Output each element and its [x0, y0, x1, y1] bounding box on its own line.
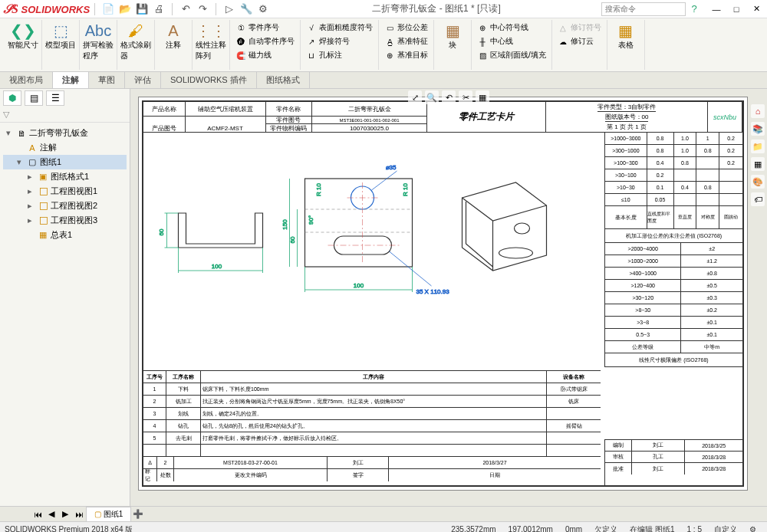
zoom-fit-icon[interactable]: ⤢: [408, 90, 422, 104]
zoom-area-icon[interactable]: 🔍: [425, 90, 439, 104]
spell-check-button[interactable]: Abc 拼写检验程序: [83, 21, 114, 61]
status-custom[interactable]: 自定义: [714, 524, 737, 533]
geometric-tol-button[interactable]: ▭形位公差: [382, 21, 430, 34]
centerline-button[interactable]: ╫中心线: [475, 35, 548, 48]
tab-sketch[interactable]: 草图: [89, 72, 125, 88]
center-mark-button[interactable]: ⊕中心符号线: [475, 21, 548, 34]
options-icon[interactable]: ⚙: [256, 2, 270, 16]
tab-evaluate[interactable]: 评估: [125, 72, 161, 88]
svg-point-31: [515, 223, 530, 234]
revision-symbol-button[interactable]: △修订符号: [555, 21, 604, 34]
process-table: 工序号 工序名称 工序内容 设备名称 1下料锯床下料，下料长度100mm卧式带锯…: [143, 370, 601, 485]
view-icon: 🞎: [38, 187, 48, 196]
balloon-button[interactable]: ①零件序号: [233, 21, 297, 34]
format-painter-button[interactable]: 🖌 格式涂刷器: [120, 21, 151, 61]
status-gear-icon[interactable]: ⚙: [749, 525, 756, 532]
select-icon[interactable]: ▷: [222, 2, 236, 16]
appearance-icon[interactable]: 🎨: [751, 175, 765, 189]
tree-view1[interactable]: ▸🞎工程图视图1: [3, 184, 127, 199]
status-x: 235.3572mm: [451, 525, 495, 532]
undo-icon[interactable]: ↶: [179, 2, 193, 16]
tree-root[interactable]: ▾🗎二折弯带孔钣金: [3, 126, 127, 140]
surface-finish-button[interactable]: √表面粗糙度符号: [304, 21, 375, 34]
table-button[interactable]: ▦ 表格: [611, 21, 641, 51]
save-icon[interactable]: 💾: [135, 2, 149, 16]
tab-sheet-format[interactable]: 图纸格式: [257, 72, 310, 88]
tree-view3[interactable]: ▸🞎工程图视图3: [3, 213, 127, 228]
block-icon: ▦: [446, 21, 460, 40]
block-button[interactable]: ▦ 块: [437, 21, 468, 51]
svg-text:100: 100: [354, 282, 364, 289]
tab-next-icon[interactable]: ▶: [58, 509, 72, 519]
file-explorer-icon[interactable]: 📁: [751, 140, 765, 153]
svg-text:60: 60: [158, 228, 165, 235]
hdr-part-num-val: MST3E001-001-001-002-001: [312, 117, 427, 124]
weld-symbol-button[interactable]: ↗焊接符号: [304, 35, 375, 48]
window-title: 二折弯带孔钣金 - 图纸1 * [只读]: [272, 2, 601, 15]
magnetic-line-button[interactable]: 🧲磁力线: [233, 49, 297, 61]
feature-tree[interactable]: ▾🗎二折弯带孔钣金 A注解 ▾▢图纸1 ▸▣图纸格式1 ▸🞎工程图视图1 ▸🞎工…: [0, 123, 130, 506]
custom-props-icon[interactable]: 🏷: [751, 192, 765, 206]
tol2-row: >3~8±0.1: [605, 317, 742, 329]
hole-callout-button[interactable]: ⊔孔标注: [304, 49, 375, 61]
model-items-button[interactable]: ⬚ 模型项目: [45, 21, 76, 51]
centerline-icon: ╫: [477, 38, 488, 46]
ribbon: ❮❯ 智能尺寸 ⬚ 模型项目 Abc 拼写检验程序 🖌 格式涂刷器 A 注释 ⋮…: [0, 18, 767, 72]
tab-annotate[interactable]: 注解: [53, 72, 89, 88]
display-style-icon[interactable]: ▦: [476, 90, 489, 104]
tree-annotations[interactable]: A注解: [3, 140, 127, 155]
close-button[interactable]: ✕: [749, 2, 764, 16]
section-icon[interactable]: ✂: [459, 90, 472, 104]
minimize-button[interactable]: —: [709, 2, 724, 16]
redo-icon[interactable]: ↷: [196, 2, 209, 16]
tab-last-icon[interactable]: ⏭: [72, 510, 86, 519]
note-button[interactable]: A 注释: [158, 21, 189, 51]
tree-view2[interactable]: ▸🞎工程图视图2: [3, 199, 127, 213]
datum-feature-button[interactable]: A̲基准特征: [382, 35, 430, 48]
tree-general-table[interactable]: ▦总表1: [3, 228, 127, 242]
sheet-tab-1[interactable]: ▢ 图纸1: [86, 507, 131, 522]
status-scale[interactable]: 1 : 5: [687, 525, 702, 532]
resources-icon[interactable]: ⌂: [751, 104, 765, 118]
rebuild-icon[interactable]: 🔧: [239, 2, 253, 16]
datum-target-button[interactable]: ⊕基准目标: [382, 49, 430, 61]
svg-text:35 X 110.93: 35 X 110.93: [416, 288, 450, 295]
tree-sheet1[interactable]: ▾▢图纸1: [3, 155, 127, 169]
print-icon[interactable]: 🖨: [152, 2, 166, 16]
smart-dimension-button[interactable]: ❮❯ 智能尺寸: [8, 21, 38, 51]
svg-text:⌀35: ⌀35: [386, 164, 397, 171]
status-z: 0mm: [565, 525, 582, 532]
auto-balloon-button[interactable]: 🅐自动零件序号: [233, 35, 297, 48]
design-lib-icon[interactable]: 📚: [751, 122, 765, 136]
revision-cloud-button[interactable]: ☁修订云: [555, 35, 604, 48]
filter-icon[interactable]: ▽: [3, 110, 9, 120]
open-icon[interactable]: 📂: [118, 2, 132, 16]
tab-prev-icon[interactable]: ◀: [44, 509, 58, 519]
maximize-button[interactable]: □: [729, 2, 744, 16]
hatch-icon: ▨: [477, 51, 488, 60]
tab-addins[interactable]: SOLIDWORKS 插件: [161, 72, 257, 88]
task-pane-tabs: ⌂ 📚 📁 ▦ 🎨 🏷: [751, 104, 765, 206]
linear-note-button[interactable]: ⋮⋮ 线性注释阵列: [196, 21, 226, 61]
company-logo: scxNbu: [708, 102, 742, 132]
datum-target-icon: ⊕: [384, 51, 395, 60]
feature-tree-tab[interactable]: ⬢: [3, 90, 21, 106]
hdr-mat-code-val: 1007030025.0: [312, 124, 427, 132]
rev-symbol-icon: △: [558, 24, 568, 32]
command-search-input[interactable]: [601, 2, 686, 16]
tree-sheet-format[interactable]: ▸▣图纸格式1: [3, 169, 127, 184]
help-icon[interactable]: ?: [687, 2, 701, 16]
prev-view-icon[interactable]: ↶: [442, 90, 456, 104]
property-tab[interactable]: ▤: [25, 90, 43, 106]
tab-first-icon[interactable]: ⏮: [31, 510, 44, 519]
drawing-canvas[interactable]: ⤢ 🔍 ↶ ✂ ▦ ⌂ 📚 📁 ▦ 🎨 🏷 产品名称 辅助空气压缩机装置: [130, 89, 767, 506]
tab-view-layout[interactable]: 视图布局: [0, 72, 53, 88]
config-tab[interactable]: ☰: [46, 90, 64, 106]
add-sheet-icon[interactable]: ➕: [131, 509, 145, 519]
svg-line-27: [372, 171, 397, 190]
tol2-row: 0.5~3±0.1: [605, 329, 742, 341]
drawing-sheet[interactable]: 产品名称 辅助空气压缩机装置 零件名称 二折弯带孔钣金 零件图号 MST3E00…: [138, 97, 748, 491]
new-icon[interactable]: 📄: [101, 2, 115, 16]
view-palette-icon[interactable]: ▦: [751, 157, 765, 171]
hatch-button[interactable]: ▨区域剖面线/填充: [475, 49, 548, 61]
